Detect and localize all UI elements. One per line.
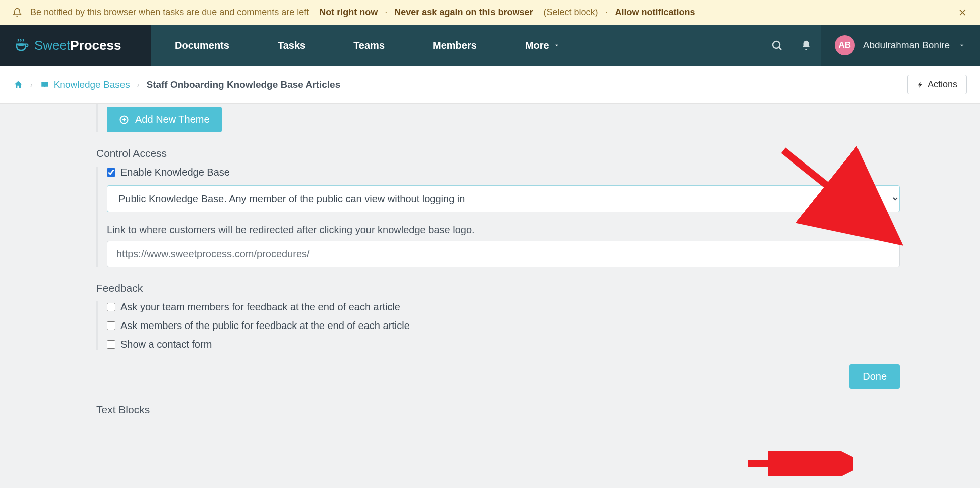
- close-icon[interactable]: ✕: [958, 7, 967, 19]
- annotation-arrow-done: [743, 451, 853, 476]
- cup-icon: [14, 38, 29, 53]
- notif-message: Be notified by this browser when tasks a…: [30, 7, 309, 18]
- logo-redirect-input[interactable]: [107, 241, 900, 267]
- breadcrumb-kb-label: Knowledge Bases: [54, 79, 130, 90]
- search-icon[interactable]: [762, 39, 792, 51]
- add-theme-label: Add New Theme: [135, 114, 210, 125]
- breadcrumb: › Knowledge Bases › Staff Onboarding Kno…: [0, 66, 980, 104]
- section-feedback-title: Feedback: [96, 282, 900, 294]
- logo-thin: Sweet: [34, 38, 70, 53]
- kb-visibility-select[interactable]: Public Knowledge Base. Any member of the…: [107, 185, 900, 212]
- section-control-access-title: Control Access: [96, 147, 900, 159]
- breadcrumb-knowledge-bases[interactable]: Knowledge Bases: [40, 79, 130, 90]
- logo[interactable]: SweetProcess: [0, 25, 151, 66]
- logo-bold: Process: [70, 38, 121, 53]
- enable-kb-checkbox-row[interactable]: Enable Knowledge Base: [107, 167, 900, 178]
- notif-allow-link[interactable]: Allow notifications: [615, 7, 695, 18]
- logo-redirect-label: Link to where customers will be redirect…: [107, 224, 900, 236]
- user-name: Abdulrahman Bonire: [863, 40, 950, 51]
- chevron-right-icon: ›: [30, 81, 33, 89]
- chevron-right-icon: ›: [137, 81, 140, 89]
- theme-section: Add New Theme: [96, 104, 900, 132]
- user-menu[interactable]: AB Abdulrahman Bonire: [821, 25, 980, 66]
- nav-members[interactable]: Members: [409, 25, 501, 66]
- feedback-team-checkbox[interactable]: [107, 303, 115, 311]
- separator-dot: ·: [382, 7, 390, 18]
- avatar: AB: [835, 35, 855, 55]
- main-content: Add New Theme Control Access Enable Know…: [0, 104, 980, 443]
- enable-kb-label: Enable Knowledge Base: [120, 167, 230, 178]
- separator-dot: ·: [602, 7, 610, 18]
- svg-point-0: [17, 43, 26, 46]
- bolt-icon: [917, 80, 924, 89]
- feedback-public-label: Ask members of the public for feedback a…: [120, 320, 410, 332]
- section-text-blocks-title: Text Blocks: [96, 404, 900, 416]
- browser-notification-bar: Be notified by this browser when tasks a…: [0, 0, 980, 25]
- chevron-down-icon: [553, 42, 560, 49]
- nav-more-label: More: [525, 40, 549, 51]
- notif-never-ask[interactable]: Never ask again on this browser: [394, 7, 533, 18]
- nav-tasks[interactable]: Tasks: [254, 25, 329, 66]
- feedback-section: Ask your team members for feedback at th…: [96, 301, 900, 350]
- add-new-theme-button[interactable]: Add New Theme: [107, 107, 222, 132]
- feedback-contact-row[interactable]: Show a contact form: [107, 339, 900, 350]
- bell-icon[interactable]: [792, 40, 821, 51]
- logo-text: SweetProcess: [34, 38, 121, 53]
- actions-label: Actions: [928, 79, 957, 90]
- actions-button[interactable]: Actions: [907, 75, 967, 94]
- feedback-contact-label: Show a contact form: [120, 339, 212, 350]
- book-icon: [40, 80, 50, 89]
- feedback-public-checkbox[interactable]: [107, 321, 115, 330]
- bell-outline-icon: [12, 8, 22, 18]
- nav-teams[interactable]: Teams: [329, 25, 409, 66]
- plus-circle-icon: [119, 115, 129, 125]
- feedback-public-row[interactable]: Ask members of the public for feedback a…: [107, 320, 900, 332]
- nav-documents[interactable]: Documents: [151, 25, 254, 66]
- chevron-down-icon: [958, 41, 966, 49]
- enable-kb-checkbox[interactable]: [107, 168, 115, 177]
- done-button[interactable]: Done: [849, 364, 900, 389]
- feedback-team-row[interactable]: Ask your team members for feedback at th…: [107, 301, 900, 313]
- primary-nav: Documents Tasks Teams Members More: [151, 25, 821, 66]
- home-icon[interactable]: [13, 80, 23, 90]
- nav-more[interactable]: More: [501, 25, 584, 66]
- svg-line-2: [779, 48, 781, 50]
- feedback-contact-checkbox[interactable]: [107, 340, 115, 349]
- notif-select-block: (Select block): [543, 7, 598, 18]
- feedback-team-label: Ask your team members for feedback at th…: [120, 301, 400, 313]
- notif-not-now[interactable]: Not right now: [319, 7, 378, 18]
- breadcrumb-current: Staff Onboarding Knowledge Base Articles: [146, 79, 340, 90]
- control-access-section: Enable Knowledge Base Public Knowledge B…: [96, 167, 900, 267]
- done-row: Done: [96, 364, 900, 389]
- main-header: SweetProcess Documents Tasks Teams Membe…: [0, 25, 980, 66]
- svg-point-1: [773, 41, 780, 48]
